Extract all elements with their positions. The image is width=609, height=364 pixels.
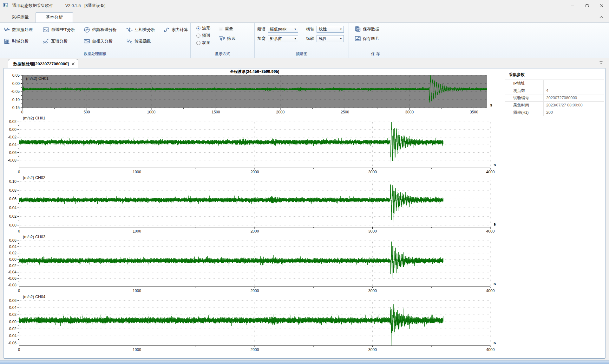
save-data-button[interactable]: 保存数据 [355,26,402,32]
title-bar: 通用动态数据采集软件 V2.0.1.5 - [8通道设备] [0,0,609,11]
overlay-checkbox[interactable]: 重叠 [219,26,235,32]
gridlines [19,121,490,168]
channel-label: (m/s2) CH03 [23,235,45,239]
cross-spectrum-icon [43,38,49,44]
radio-icon [196,41,200,45]
chart-overview[interactable]: 0.050.00-0.05-0.10-0.1505001000150020002… [4,66,499,117]
y-tick-label: 0.02 [9,119,17,124]
filter-button[interactable]: 筛选 [219,35,235,42]
auto-fft-button[interactable]: 自谱FFT分析 [43,27,84,33]
axis-labels: 0.100.080.060.040.020.000100020003000400… [9,179,495,233]
param-label: 测点数 [513,87,544,94]
window-function-field: 加窗矩形窗▾ [257,35,298,42]
axis-labels: 0.060.040.020.00-0.02-0.04-0.06-0.080100… [8,238,495,293]
panel-divider [504,69,504,358]
y-tick-label: -0.04 [8,270,17,274]
channel-label: (m/s2) CH02 [23,176,45,180]
y-axis-select[interactable]: 线性▾ [317,35,344,42]
auto-fft-icon [43,27,49,33]
y-tick-label: 0.10 [9,179,17,184]
waveform-trace [19,184,443,223]
tab-sampling-measurement[interactable]: 采样测量 [6,12,35,22]
auto-correlation-icon [84,38,90,44]
x-tick-label: 3000 [368,348,377,352]
chevron-down-icon: ▾ [340,28,342,31]
y-tick-label: 0.02 [9,214,17,219]
x-axis-select[interactable]: 线性▾ [317,26,344,33]
window-function-select[interactable]: 矩形窗▾ [268,35,298,42]
y-tick-label: -0.04 [8,143,17,147]
cable-force-icon [163,27,170,33]
document-tab-close-icon[interactable] [71,62,75,66]
tab-basic-analysis[interactable]: 基本分析 [36,12,73,22]
minimize-button[interactable] [565,0,580,11]
radio-icon [196,34,200,38]
y-tick-label: -0.10 [11,98,20,102]
radio-label: 频谱 [202,33,210,38]
transfer-function-button[interactable]: 15传递函数 [126,38,163,44]
save-image-button[interactable]: 保存图片 [355,35,402,42]
x-unit-label: s [490,103,492,107]
chart-ch01[interactable]: 0.020.00-0.02-0.04-0.06-0.08010002000300… [4,112,499,177]
close-button[interactable] [594,0,609,11]
spectrum-type-field: 频谱幅值peak▾ [257,26,298,33]
chart-ch03[interactable]: 0.060.040.020.00-0.02-0.04-0.06-0.080100… [4,230,499,296]
application-window: 通用动态数据采集软件 V2.0.1.5 - [8通道设备] 采样测量 基本分析 … [0,0,609,364]
param-value: 200 [544,110,553,115]
chevron-down-icon: ▾ [294,37,296,40]
dual-display-radio[interactable]: 双显 [196,40,210,46]
param-value: 20230727080000 [544,96,577,100]
octave-spectrum-button[interactable]: 倍频程谱分析 [84,27,126,33]
ribbon-button-label: 自谱FFT分析 [51,27,75,33]
chart-ch04[interactable]: 0.060.040.020.00-0.02-0.04-0.06010002000… [4,290,499,354]
y-tick-label: -0.02 [8,264,17,268]
y-tick-label: 0.05 [12,73,20,78]
ribbon-button-label: 互谱分析 [51,38,68,44]
chart-ch02[interactable]: 0.100.080.060.040.020.000100020003000400… [4,171,499,236]
transfer-function-icon: 15 [126,38,133,44]
save-data-icon [355,26,361,32]
cable-force-button[interactable]: 索力计算 [163,27,194,33]
spectrum-type-select[interactable]: 幅值peak▾ [268,26,298,33]
radio-label: 波形 [202,25,210,31]
cross-correlation-button[interactable]: 互相关分析 [126,27,163,33]
ribbon-button-label: 倍频程谱分析 [92,27,117,33]
cross-correlation-icon [126,27,133,33]
save-image-icon [355,35,361,42]
svg-text:5: 5 [131,42,132,44]
axes [17,300,490,347]
spectrum-radio[interactable]: 频谱 [196,33,210,38]
preprocess-button[interactable]: 数据预处理 [4,27,43,33]
ribbon-button-label: 时域分析 [12,38,29,44]
ribbon-collapse-icon[interactable] [598,14,605,20]
x-tick-label: 2000 [251,348,259,352]
cross-spectrum-button[interactable]: 互谱分析 [43,38,84,44]
group-data-processing: 数据预处理自谱FFT分析倍频程谱分析互相关分析索力计算时域分析互谱分析自相关分析… [0,23,191,58]
maximize-button[interactable] [580,0,594,11]
group-display-mode: 波形频谱双显 重叠 筛选 显示方式 [191,23,255,58]
select-value: 矩形窗 [270,36,282,42]
select-label: 横轴 [306,26,314,32]
group-label-data-processing: 数据处理面板 [0,51,190,57]
param-label: 频率(Hz) [513,109,544,116]
waveform-radio[interactable]: 波形 [196,25,210,31]
y-tick-label: 0.00 [9,127,17,132]
param-row: 测点数4 [505,87,604,94]
channel-label: (m/s2) CH04 [23,295,45,299]
filter-label: 筛选 [227,36,235,42]
select-value: 线性 [319,36,327,42]
y-tick-label: -0.02 [8,135,17,139]
auto-correlation-button[interactable]: 自相关分析 [84,38,126,44]
checkbox-icon [219,27,223,31]
y-tick-label: -0.06 [8,341,17,345]
time-domain-button[interactable]: 时域分析 [4,38,43,44]
y-tick-label: 0.00 [12,81,20,86]
y-tick-label: -0.08 [8,158,17,163]
ribbon-button-label: 互相关分析 [134,27,155,33]
tab-list-icon[interactable] [599,61,603,66]
y-tick-label: 0.00 [9,257,17,262]
channel-label: (m/s2) CH01 [26,76,49,81]
group-label-save: 保 存 [349,51,402,57]
x-unit-label: s [494,281,496,286]
channel-label: (m/s2) CH01 [23,116,45,120]
